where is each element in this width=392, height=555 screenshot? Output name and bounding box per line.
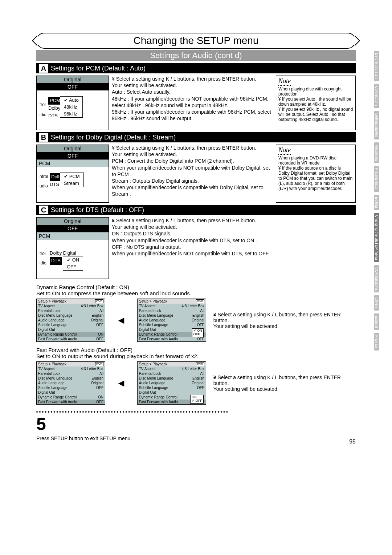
ffa-right-osd: Setup > PlaybackDVDTV Aspect4:3 Letter B… bbox=[137, 361, 206, 405]
sidebar-tab[interactable]: Fran ais bbox=[374, 333, 379, 351]
osd-c-off: OFF bbox=[37, 225, 109, 232]
drc-title: Dynamic Range Control (Default : ON) bbox=[36, 284, 356, 290]
menu-row[interactable]: Parental LockAll bbox=[138, 371, 206, 376]
osd-a-dolby[interactable]: Dolby bbox=[48, 105, 60, 112]
osd-c-pcm[interactable]: PCM bbox=[37, 232, 109, 240]
osd-b-off: OFF bbox=[37, 152, 109, 159]
page-number: 95 bbox=[349, 438, 356, 445]
submenu-b-stream[interactable]: Stream bbox=[60, 180, 83, 187]
page-title-banner: Changing the SETUP menu bbox=[36, 33, 356, 49]
osd-b-original: Original bbox=[37, 145, 109, 152]
submenu-c-off[interactable]: OFF bbox=[63, 263, 83, 270]
letter-b: B bbox=[39, 133, 48, 142]
osd-a-off: OFF bbox=[37, 83, 109, 90]
menu-row[interactable]: Parental LockAll bbox=[37, 371, 105, 376]
menu-row[interactable]: Digital Out bbox=[37, 327, 105, 332]
menu-row[interactable]: Audio LanguageOriginal bbox=[138, 381, 206, 385]
option-popup[interactable]: ONOFF bbox=[192, 328, 204, 337]
note-b-body: When playing a DVD-RW disc recorded in V… bbox=[278, 155, 353, 191]
sidebar-tab[interactable]: Playing discs bbox=[374, 166, 379, 191]
ffa-instr: ¥ Select a setting using K / L buttons, … bbox=[206, 374, 356, 392]
menu-row[interactable]: Disc Menu LanguageEnglish bbox=[37, 313, 105, 318]
submenu-a-96[interactable]: 96kHz bbox=[60, 110, 82, 117]
arrow-left-icon: ◄ bbox=[105, 315, 137, 326]
letter-a: A bbox=[39, 64, 48, 73]
osd-a-original: Original bbox=[37, 76, 109, 83]
menu-row[interactable]: Disc Menu LanguageEnglish bbox=[138, 376, 206, 381]
heading-b: Settings for Dolby Digital (Default : St… bbox=[51, 134, 176, 141]
step-5-number: 5 bbox=[36, 411, 228, 434]
note-b-title: Note bbox=[278, 146, 291, 155]
menu-row[interactable]: Digital Out bbox=[138, 390, 206, 395]
osd-c: Original OFF PCM trol idio Dolby Digital… bbox=[36, 217, 109, 279]
osd-b-pcm[interactable]: PCM bbox=[37, 159, 109, 167]
menu-row[interactable]: TV Aspect4:3 Letter Box bbox=[37, 304, 105, 308]
menu-row[interactable]: TV Aspect4:3 Letter Box bbox=[37, 366, 105, 371]
sidebar-tab[interactable]: Getting started bbox=[374, 111, 379, 139]
menu-row[interactable]: TV Aspect4:3 Letter Box bbox=[138, 304, 206, 308]
submenu-b[interactable]: PCM Stream bbox=[60, 173, 84, 187]
osd-c-original: Original bbox=[37, 218, 109, 225]
desc-c: ¥ Select a setting using K / L buttons, … bbox=[112, 217, 356, 279]
arrow-left-icon-2: ◄ bbox=[105, 377, 137, 389]
menu-row[interactable]: Audio LanguageOriginal bbox=[37, 318, 105, 323]
sidebar-tab[interactable]: Before you start bbox=[374, 51, 379, 81]
sidebar-tab[interactable]: VCR functions bbox=[374, 265, 379, 293]
submenu-b-pcm[interactable]: PCM bbox=[60, 173, 83, 180]
menu-row[interactable]: Parental LockAll bbox=[37, 308, 105, 313]
note-a-body: When playing disc with copyright protect… bbox=[278, 86, 353, 122]
side-idio: idio bbox=[38, 112, 46, 117]
subtitle-bar: Settings for Audio (cont d) bbox=[36, 50, 356, 61]
osd-a-dts[interactable]: DTS bbox=[48, 112, 58, 120]
heading-c: Settings for DTS (Default : OFF) bbox=[51, 206, 144, 214]
submenu-a-auto[interactable]: Auto bbox=[60, 97, 82, 104]
sidebar-tab[interactable]: Editing bbox=[374, 195, 379, 210]
drc-right-osd: Setup > PlaybackDVDTV Aspect4:3 Letter B… bbox=[137, 299, 206, 342]
menu-row[interactable]: Audio LanguageOriginal bbox=[138, 318, 206, 323]
menu-row[interactable]: Fast Forward with AudioOFF bbox=[138, 337, 206, 341]
menu-row[interactable]: TV Aspect4:3 Letter Box bbox=[138, 366, 206, 371]
menu-row[interactable]: Dynamic Range ControlON bbox=[37, 332, 105, 337]
submenu-c-on[interactable]: ON bbox=[63, 256, 83, 263]
sidebar-tab[interactable]: Espa ol bbox=[374, 313, 379, 330]
submenu-a[interactable]: Auto 48kHz 96kHz bbox=[60, 96, 83, 118]
sidebar-tab[interactable]: Changing the SETUP menu bbox=[374, 213, 379, 262]
section-a-header: A Settings for PCM (Default : Auto) bbox=[36, 63, 356, 73]
submenu-a-48[interactable]: 48kHz bbox=[60, 104, 82, 110]
note-a: Note When playing disc with copyright pr… bbox=[276, 76, 356, 130]
osd-c-dts[interactable]: DTS bbox=[50, 257, 62, 265]
menu-row[interactable]: Fast Forward with AudioOFF bbox=[37, 337, 105, 341]
menu-row[interactable]: Parental LockAll bbox=[138, 308, 206, 313]
menu-row[interactable]: Dynamic Range ControlON bbox=[37, 395, 105, 400]
menu-row[interactable]: Disc Menu LanguageEnglish bbox=[138, 313, 206, 318]
osd-c-dolby[interactable]: Dolby Digital bbox=[50, 250, 76, 256]
menu-row[interactable]: Subtitle LanguageOFF bbox=[138, 385, 206, 390]
menu-row[interactable]: Audio LanguageOriginal bbox=[37, 381, 105, 385]
submenu-c[interactable]: ON OFF bbox=[63, 256, 83, 271]
page-title: Changing the SETUP menu bbox=[133, 35, 258, 46]
sidebar-tab[interactable]: Recording bbox=[374, 142, 379, 163]
side-trol-c: trol bbox=[38, 251, 46, 256]
menu-row[interactable]: Subtitle LanguageOFF bbox=[138, 323, 206, 327]
note-b: Note When playing a DVD-RW disc recorded… bbox=[276, 145, 356, 203]
osd-b: Original OFF PCM ntrol udio Dolby Digita… bbox=[36, 145, 109, 203]
drc-left-osd: Setup > PlaybackDVDTV Aspect4:3 Letter B… bbox=[36, 299, 105, 342]
option-popup[interactable]: ONOFF bbox=[190, 395, 204, 404]
menu-row[interactable]: Subtitle LanguageOFF bbox=[37, 385, 105, 390]
sidebar-tab[interactable]: Connections bbox=[374, 84, 379, 109]
side-udio: udio bbox=[38, 183, 48, 189]
ffa-left-osd: Setup > PlaybackDVDTV Aspect4:3 Letter B… bbox=[36, 361, 105, 405]
desc-b: ¥ Select a setting using K / L buttons, … bbox=[112, 145, 273, 203]
osd-b-dts[interactable]: DTS bbox=[50, 182, 59, 187]
menu-row[interactable]: Disc Menu LanguageEnglish bbox=[37, 376, 105, 381]
menu-row[interactable]: Digital Out bbox=[37, 390, 105, 395]
menu-row[interactable]: Subtitle LanguageOFF bbox=[37, 323, 105, 327]
section-c-header: C Settings for DTS (Default : OFF) bbox=[36, 205, 356, 215]
sidebar-tab[interactable]: Others bbox=[374, 295, 379, 311]
menu-row[interactable]: Fast Forward with AudioOFF bbox=[37, 400, 105, 404]
drc-sub: Set to ON to compress the range between … bbox=[36, 290, 356, 296]
section-b-header: B Settings for Dolby Digital (Default : … bbox=[36, 132, 356, 142]
subtitle: Settings for Audio (cont d) bbox=[150, 51, 242, 60]
note-a-title: Note bbox=[278, 77, 291, 86]
sidebar-tabs: Before you startConnectionsGetting start… bbox=[374, 51, 381, 353]
